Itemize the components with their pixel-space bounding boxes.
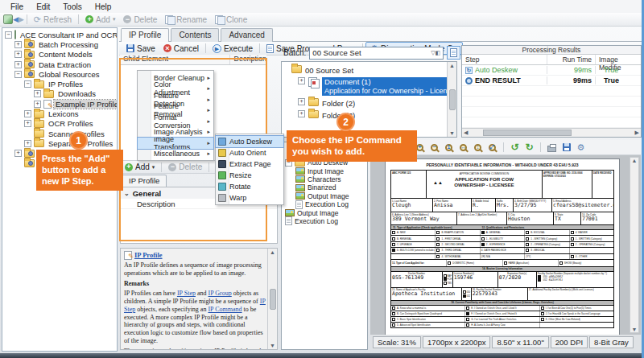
refresh-button[interactable]: ⟳Refresh — [30, 15, 76, 24]
selected-document[interactable]: Document (1)Application for Cow Ownershi… — [322, 77, 447, 96]
menu-item-image-transforms[interactable]: Image Transforms▸ — [138, 138, 213, 149]
menu-item-extract-page[interactable]: Extract Page — [216, 158, 283, 170]
expand-icon[interactable]: + — [298, 98, 305, 105]
print-button[interactable] — [546, 142, 558, 154]
batch-tree-scrollbar[interactable]: ▲ ▼ — [447, 62, 456, 137]
column-child-element[interactable]: Child Element — [120, 55, 230, 64]
sidebar-item-data-extraction[interactable]: +Data Extraction — [2, 60, 117, 69]
result-tree-item-execution-log[interactable]: Execution Log — [282, 217, 367, 225]
expand-icon[interactable]: + — [298, 110, 305, 117]
batch-tree-item[interactable]: +Folder (3) — [282, 110, 447, 120]
menu-tools[interactable]: Tools — [57, 2, 87, 12]
add-button[interactable]: +Add▾ — [81, 15, 119, 24]
zoom-fit-page-button[interactable]: ⤢ — [486, 142, 498, 154]
scroll-down-icon[interactable]: ▼ — [632, 327, 638, 332]
help-link[interactable]: IP Group — [208, 290, 232, 297]
result-row-end-result[interactable]: END RESULT99msTrue — [462, 76, 641, 86]
result-tree-item-binarized[interactable]: Binarized — [282, 183, 367, 191]
scroll-up-icon[interactable]: ▲ — [449, 63, 455, 68]
image-tools-button[interactable]: ⚙ — [575, 142, 587, 154]
rename-button[interactable]: Rename — [161, 15, 211, 24]
sidebar-item-ace-consultant-ip-and-ocr[interactable]: −ACE Consultant IP and OCR — [2, 30, 117, 39]
zoom-fit-height-button[interactable]: ↕ — [472, 142, 484, 154]
expand-icon[interactable]: + — [14, 61, 22, 68]
zoom-actual-button[interactable]: 1 — [443, 142, 455, 154]
delete-button[interactable]: −Delete — [119, 15, 161, 24]
menu-file[interactable]: File — [5, 2, 29, 12]
result-tree-item-execution-log[interactable]: Execution Log — [282, 200, 367, 208]
column-step[interactable]: Step — [462, 55, 547, 64]
expand-icon[interactable]: + — [34, 101, 41, 108]
batch-tree-item[interactable]: +Document (1)Application for Cow Ownersh… — [282, 77, 447, 96]
collapse-icon[interactable]: − — [14, 71, 22, 78]
batch-tree-item[interactable]: 00 Source Set — [282, 65, 447, 75]
expand-icon[interactable]: + — [14, 51, 22, 58]
menu-item-auto-orient[interactable]: Auto Orient — [216, 147, 283, 158]
rotate-cw-button[interactable]: ↻ — [523, 142, 535, 154]
menu-help[interactable]: Help — [89, 2, 118, 12]
result-tree-item-output-image[interactable]: Output Image — [282, 208, 367, 216]
scroll-thumb[interactable] — [483, 130, 572, 136]
sidebar-item-scanner-profiles[interactable]: Scanner Profiles — [2, 129, 117, 138]
sidebar-item-global-resources[interactable]: −Global Resources — [2, 69, 117, 79]
expand-icon[interactable]: + — [14, 150, 22, 157]
collapse-icon[interactable]: − — [5, 31, 12, 39]
column-description[interactable]: Decription — [230, 55, 266, 64]
column-run-time[interactable]: Run Time — [547, 55, 595, 64]
menu-item-warp[interactable]: Warp — [216, 192, 283, 204]
help-link[interactable]: IP Step — [177, 290, 196, 297]
tab-advanced[interactable]: Advanced — [221, 28, 272, 42]
tab-ip-profile[interactable]: IP Profile — [121, 28, 169, 42]
menu-item-format-conversion[interactable]: Format Conversion▸ — [138, 116, 213, 127]
sidebar-item-batch-processing[interactable]: +Batch Processing — [2, 39, 117, 49]
help-scrollbar[interactable]: ▲ ▼ — [267, 249, 277, 349]
batch-dropdown[interactable]: 00 Source Set ▽◧ — [309, 47, 444, 60]
sidebar-item-downloads[interactable]: +Downloads — [2, 89, 117, 99]
result-row-auto-deskew[interactable]: ↻Auto Deskew99msTrue — [462, 65, 641, 76]
help-title-link[interactable]: IP Profile — [134, 251, 163, 259]
scroll-thumb[interactable] — [449, 89, 456, 110]
rotate-ccw-button[interactable]: ↺ — [509, 142, 521, 154]
execute-button[interactable]: ▶Execute — [208, 44, 257, 53]
forward-icon[interactable]: ▶ — [19, 16, 24, 23]
column-image-modified[interactable]: Image Modifie — [595, 55, 641, 64]
sidebar-item-content-models[interactable]: +Content Models — [2, 50, 117, 60]
sidebar-item-lexicons[interactable]: +Lexicons — [2, 109, 117, 118]
expand-icon[interactable]: + — [14, 41, 22, 48]
save-button[interactable]: Save — [122, 44, 159, 53]
scroll-thumb[interactable] — [270, 289, 276, 310]
sidebar-item-example-ip-profile[interactable]: +Example IP Profile — [2, 99, 117, 109]
expand-icon[interactable]: + — [24, 140, 31, 147]
help-link[interactable]: IP Command — [208, 306, 242, 313]
batch-tree-item[interactable]: +Folder (2) — [282, 98, 447, 108]
scroll-left-icon[interactable]: ◀ — [464, 130, 468, 136]
scroll-down-icon[interactable]: ▼ — [449, 130, 455, 136]
menu-edit[interactable]: Edit — [31, 2, 56, 12]
expand-icon[interactable]: + — [34, 90, 41, 97]
menu-item-auto-deskew[interactable]: Auto Deskew — [216, 136, 283, 147]
tab-contents[interactable]: Contents — [171, 28, 219, 42]
scroll-up-icon[interactable]: ▲ — [270, 249, 275, 255]
dropdown-filter-icon[interactable]: ▽◧ — [431, 50, 440, 56]
save-image-button[interactable] — [560, 142, 572, 154]
expand-icon[interactable]: + — [24, 110, 31, 117]
expand-icon[interactable]: + — [298, 77, 305, 84]
result-tree-item-characters[interactable]: Characters — [282, 175, 367, 183]
preview-scrollbar[interactable]: ▲ ▼ — [630, 157, 639, 333]
back-icon[interactable]: ◀ — [13, 16, 19, 23]
cancel-button[interactable]: ×Cancel — [159, 44, 203, 53]
menu-item-rotate[interactable]: Rotate — [216, 181, 283, 192]
scroll-up-icon[interactable]: ▲ — [632, 158, 638, 163]
add-step-button[interactable]: +Add▾ — [122, 163, 157, 171]
zoom-fit-width-button[interactable]: ↔ — [457, 142, 469, 154]
preview-toggle-button[interactable] — [447, 46, 460, 60]
sidebar-item-ocr-profiles[interactable]: +OCR Profiles — [2, 119, 117, 129]
result-tree-item-output-image[interactable]: Output Image — [282, 192, 367, 200]
zoom-out-button[interactable]: − — [428, 142, 440, 154]
scroll-right-icon[interactable]: ▶ — [635, 130, 639, 136]
expand-icon[interactable]: + — [24, 120, 31, 127]
menu-item-resize[interactable]: Resize — [216, 170, 283, 181]
sidebar-item-ip-profiles[interactable]: −IP Profiles — [2, 79, 117, 88]
sidebar-item-separation-profiles[interactable]: +Separation Profiles — [2, 138, 117, 148]
processing-results-hscrollbar[interactable]: ◀ ▶ — [462, 128, 641, 137]
